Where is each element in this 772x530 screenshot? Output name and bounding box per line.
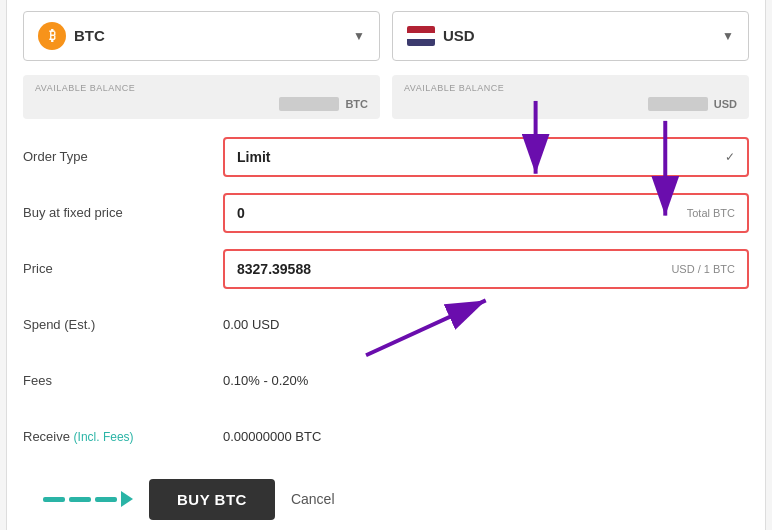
order-type-chevron-icon: ✓: [725, 150, 735, 164]
btc-icon: ₿: [38, 22, 66, 50]
order-type-field[interactable]: Limit ✓: [223, 137, 749, 177]
buy-fixed-row: Buy at fixed price 0 Total BTC: [23, 191, 749, 235]
buy-fixed-unit: Total BTC: [687, 207, 735, 219]
order-type-value: Limit: [237, 149, 270, 165]
fiat-label: USD: [443, 27, 475, 44]
usd-balance-box: AVAILABLE BALANCE USD: [392, 75, 749, 119]
cancel-button[interactable]: Cancel: [291, 491, 335, 507]
usd-flag-icon: [407, 26, 435, 46]
usd-balance-label: AVAILABLE BALANCE: [404, 83, 737, 93]
button-row: BUY BTC Cancel: [23, 479, 749, 520]
spend-value: 0.00 USD: [223, 317, 279, 332]
fiat-dropdown[interactable]: USD ▼: [392, 11, 749, 61]
order-type-label: Order Type: [23, 149, 223, 164]
price-unit: USD / 1 BTC: [671, 263, 735, 275]
fees-label: Fees: [23, 373, 223, 388]
price-value: 8327.39588: [237, 261, 311, 277]
dash-1: [43, 497, 65, 502]
usd-balance-currency: USD: [714, 98, 737, 110]
dash-3: [95, 497, 117, 502]
dashed-arrow: [43, 491, 133, 507]
fees-value: 0.10% - 0.20%: [223, 373, 308, 388]
btc-balance-placeholder: [279, 97, 339, 111]
crypto-dropdown[interactable]: ₿ BTC ▼: [23, 11, 380, 61]
btc-balance-currency: BTC: [345, 98, 368, 110]
receive-row: Receive (Incl. Fees) 0.00000000 BTC: [23, 415, 749, 459]
buy-btc-button[interactable]: BUY BTC: [149, 479, 275, 520]
buy-fixed-field[interactable]: 0 Total BTC: [223, 193, 749, 233]
arrow-head-icon: [121, 491, 133, 507]
crypto-chevron-down-icon: ▼: [353, 29, 365, 43]
buy-fixed-label: Buy at fixed price: [23, 205, 223, 220]
btc-balance-box: AVAILABLE BALANCE BTC: [23, 75, 380, 119]
order-type-row: Order Type Limit ✓: [23, 135, 749, 179]
crypto-label: BTC: [74, 27, 105, 44]
incl-fees-label: (Incl. Fees): [74, 430, 134, 444]
price-field[interactable]: 8327.39588 USD / 1 BTC: [223, 249, 749, 289]
btc-balance-label: AVAILABLE BALANCE: [35, 83, 368, 93]
price-label: Price: [23, 261, 223, 276]
dash-2: [69, 497, 91, 502]
usd-balance-placeholder: [648, 97, 708, 111]
fees-row: Fees 0.10% - 0.20%: [23, 359, 749, 403]
receive-value: 0.00000000 BTC: [223, 429, 321, 444]
price-row: Price 8327.39588 USD / 1 BTC: [23, 247, 749, 291]
spend-label: Spend (Est.): [23, 317, 223, 332]
receive-label: Receive (Incl. Fees): [23, 429, 223, 444]
fiat-chevron-down-icon: ▼: [722, 29, 734, 43]
buy-fixed-value: 0: [237, 205, 245, 221]
spend-row: Spend (Est.) 0.00 USD: [23, 303, 749, 347]
